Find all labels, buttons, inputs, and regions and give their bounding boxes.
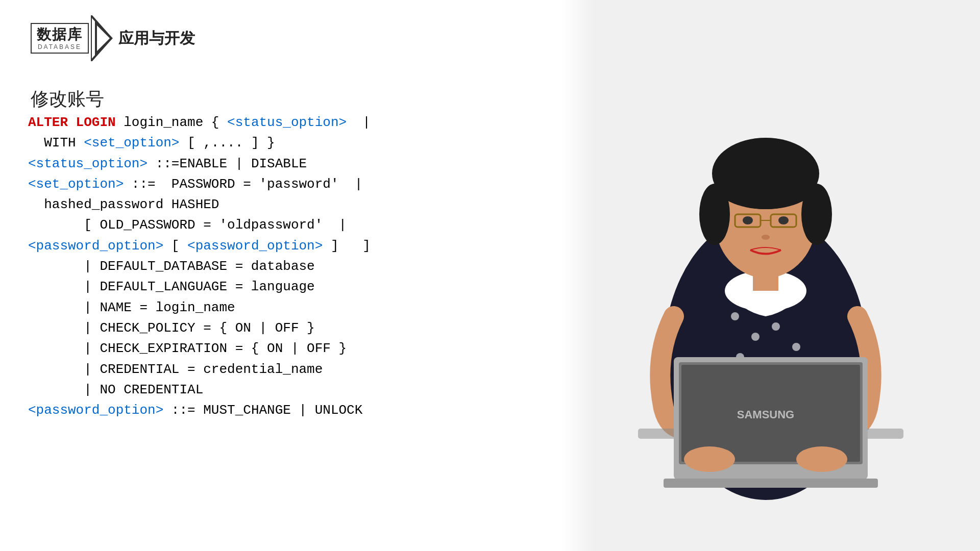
code-line: | DEFAULT_LANGUAGE = language bbox=[28, 277, 371, 297]
sql-normal: | CHECK_POLICY = { ON | OFF } bbox=[28, 320, 315, 336]
sql-normal: [ OLD_PASSWORD = 'oldpassword' | bbox=[28, 217, 347, 233]
sql-placeholder: <password_option> bbox=[187, 238, 323, 254]
code-line: <password_option> ::= MUST_CHANGE | UNLO… bbox=[28, 400, 371, 420]
sql-placeholder: <set_option> bbox=[28, 177, 124, 192]
sql-placeholder: <status_option> bbox=[28, 156, 148, 171]
sql-normal: ] ] bbox=[323, 238, 371, 254]
code-line: | CREDENTIAL = credential_name bbox=[28, 359, 371, 380]
sql-normal: hashed_password HASHED bbox=[28, 197, 219, 212]
sql-normal: ::= MUST_CHANGE | UNLOCK bbox=[163, 403, 362, 418]
sql-placeholder: <status_option> bbox=[227, 115, 347, 130]
sql-normal: | bbox=[347, 115, 371, 130]
code-line: | DEFAULT_DATABASE = database bbox=[28, 256, 371, 277]
sql-normal: ::=ENABLE | DISABLE bbox=[148, 156, 307, 171]
code-line: | CHECK_EXPIRATION = { ON | OFF } bbox=[28, 338, 371, 359]
sql-normal: | CHECK_EXPIRATION = { ON | OFF } bbox=[28, 341, 347, 356]
code-line: <status_option> ::=ENABLE | DISABLE bbox=[28, 154, 371, 174]
person-area: SAMSUNG bbox=[561, 0, 980, 551]
code-line: ALTER LOGIN login_name { <status_option>… bbox=[28, 112, 371, 133]
section-title: 修改账号 bbox=[31, 87, 104, 112]
sql-normal: ::= PASSWORD = 'password' | bbox=[124, 177, 362, 192]
logo-arrow bbox=[91, 15, 116, 61]
code-line: hashed_password HASHED bbox=[28, 194, 371, 215]
logo-area: 数据库 DATABASE 应用与开发 bbox=[31, 15, 195, 61]
sql-normal: | DEFAULT_LANGUAGE = language bbox=[28, 279, 315, 294]
code-block: ALTER LOGIN login_name { <status_option>… bbox=[28, 112, 371, 420]
svg-marker-1 bbox=[96, 23, 111, 54]
video-overlay bbox=[561, 0, 980, 551]
code-line: [ OLD_PASSWORD = 'oldpassword' | bbox=[28, 215, 371, 235]
code-line: | NAME = login_name bbox=[28, 297, 371, 318]
sql-normal: [ bbox=[163, 238, 187, 254]
code-line: | CHECK_POLICY = { ON | OFF } bbox=[28, 318, 371, 338]
sql-normal: | DEFAULT_DATABASE = database bbox=[28, 259, 315, 274]
code-line: <set_option> ::= PASSWORD = 'password' | bbox=[28, 174, 371, 194]
code-line: WITH <set_option> [ ,.... ] } bbox=[28, 133, 371, 153]
code-line: | NO CREDENTIAL bbox=[28, 380, 371, 400]
svg-marker-0 bbox=[91, 15, 111, 61]
logo-chinese: 数据库 bbox=[37, 26, 83, 43]
sql-placeholder: <password_option> bbox=[28, 238, 163, 254]
sql-keyword: ALTER LOGIN bbox=[28, 115, 116, 130]
sql-normal: | NO CREDENTIAL bbox=[28, 382, 203, 397]
logo-english: DATABASE bbox=[38, 43, 82, 51]
sql-normal: login_name { bbox=[116, 115, 227, 130]
sql-normal: [ ,.... ] } bbox=[179, 135, 275, 151]
sql-normal: WITH bbox=[28, 135, 84, 151]
logo-subtitle: 应用与开发 bbox=[118, 28, 195, 49]
code-line: <password_option> [ <password_option> ] … bbox=[28, 236, 371, 256]
sql-placeholder: <password_option> bbox=[28, 403, 163, 418]
sql-placeholder: <set_option> bbox=[84, 135, 179, 151]
sql-normal: | NAME = login_name bbox=[28, 300, 235, 315]
logo-text-block: 数据库 DATABASE bbox=[31, 23, 89, 54]
sql-normal: | CREDENTIAL = credential_name bbox=[28, 362, 323, 377]
